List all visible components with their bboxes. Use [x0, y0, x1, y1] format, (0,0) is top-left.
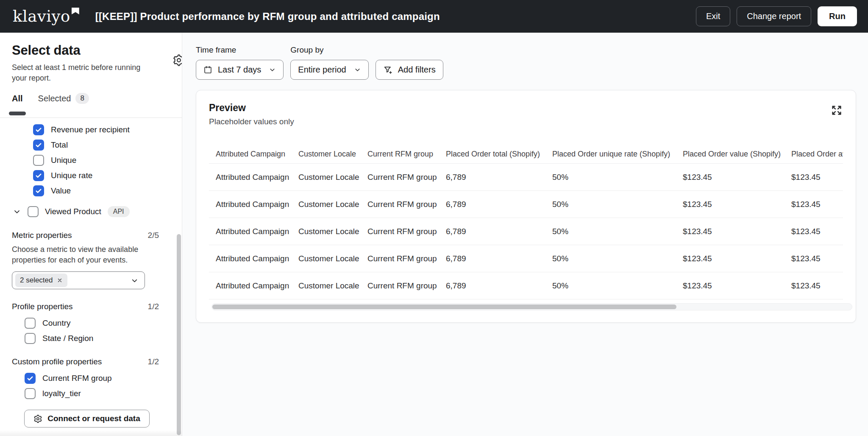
checkbox[interactable] [25, 318, 36, 329]
checkbox-label: State / Region [42, 334, 93, 343]
klaviyo-logo[interactable]: klaviyo [13, 8, 79, 24]
metric-sub-item[interactable]: Value [0, 183, 182, 198]
run-button[interactable]: Run [818, 6, 857, 26]
add-filters-label: Add filters [398, 65, 436, 75]
table-row: Attributed CampaignCustomer LocaleCurren… [209, 218, 843, 245]
metric-sub-items-list: Revenue per recipientTotalUniqueUnique r… [0, 118, 182, 198]
metric-sub-item[interactable]: Unique rate [0, 168, 182, 183]
table-cell: $123.45 [791, 254, 843, 263]
checkbox[interactable] [25, 373, 36, 384]
chip-label: 2 selected [20, 276, 53, 285]
table-cell: Current RFM group [367, 281, 446, 291]
topbar-actions: Exit Change report Run [696, 6, 857, 26]
add-filters-button[interactable]: Add filters [376, 60, 443, 80]
table-cell: Customer Locale [298, 173, 367, 182]
exit-button[interactable]: Exit [696, 6, 730, 26]
tab-selected[interactable]: Selected 8 [38, 93, 89, 106]
checkbox-label: Total [51, 140, 68, 150]
table-cell: $123.45 [683, 254, 791, 263]
checkbox[interactable] [33, 124, 44, 135]
section-title: Profile properties [12, 302, 73, 311]
table-cell: Attributed Campaign [216, 254, 298, 263]
column-header: Placed Order av [791, 150, 843, 159]
horizontal-scrollbar-thumb[interactable] [212, 305, 676, 309]
table-cell: Customer Locale [298, 281, 367, 291]
sidebar-tabs: All Selected 8 [12, 93, 159, 106]
group-by-dropdown[interactable]: Entire period [290, 60, 368, 80]
chevron-down-icon [269, 66, 276, 73]
custom-profile-properties-list: Current RFM grouployalty_tier [0, 366, 182, 401]
custom-profile-property-item[interactable]: loyalty_tier [0, 386, 182, 401]
table-body: Attributed CampaignCustomer LocaleCurren… [209, 164, 843, 299]
table-cell: 6,789 [446, 254, 552, 263]
profile-property-item[interactable]: State / Region [0, 331, 182, 346]
selected-count-badge: 8 [75, 93, 89, 104]
checkbox[interactable] [25, 388, 36, 399]
report-controls: Time frame Last 7 days Group by Entire p… [196, 45, 856, 80]
checkbox-label: Unique rate [51, 171, 92, 180]
checkbox-label: Current RFM group [42, 374, 112, 383]
table-cell: 6,789 [446, 281, 552, 291]
table-cell: Current RFM group [367, 227, 446, 236]
selected-chip: 2 selected [15, 274, 67, 287]
connect-button-label: Connect or request data [47, 414, 140, 423]
horizontal-scrollbar-track[interactable] [211, 303, 852, 310]
checkbox[interactable] [28, 206, 39, 217]
table-cell: Attributed Campaign [216, 173, 298, 182]
profile-property-item[interactable]: Country [0, 316, 182, 331]
table-cell: $123.45 [683, 173, 791, 182]
close-icon[interactable] [57, 277, 63, 283]
time-frame-value: Last 7 days [218, 65, 261, 75]
checkbox-label: Country [42, 319, 71, 328]
chevron-down-icon [354, 66, 361, 73]
checkbox[interactable] [33, 140, 44, 151]
chevron-down-icon [13, 207, 21, 216]
table-row: Attributed CampaignCustomer LocaleCurren… [209, 191, 843, 218]
metric-item-viewed-product[interactable]: Viewed Product API [0, 204, 182, 220]
tab-all[interactable]: All [12, 94, 23, 105]
time-frame-dropdown[interactable]: Last 7 days [196, 60, 284, 80]
checkbox[interactable] [33, 170, 44, 181]
checkbox-label: Revenue per recipient [51, 125, 130, 134]
metric-sub-item[interactable]: Revenue per recipient [0, 122, 182, 137]
time-frame-label: Time frame [196, 45, 284, 55]
column-header: Placed Order unique rate (Shopify) [552, 150, 683, 159]
preview-card: Preview Placeholder values only Attribut… [196, 90, 856, 323]
table-cell: 50% [552, 254, 683, 263]
checkbox[interactable] [33, 155, 44, 166]
expand-icon[interactable] [830, 104, 843, 117]
table-cell: $123.45 [683, 227, 791, 236]
metric-properties-select[interactable]: 2 selected [12, 271, 145, 289]
section-count: 2/5 [148, 231, 159, 240]
table-cell: $123.45 [683, 281, 791, 291]
table-cell: Current RFM group [367, 173, 446, 182]
sidebar-scrollbar-thumb[interactable] [177, 234, 181, 435]
profile-properties-list: CountryState / Region [0, 311, 182, 346]
settings-gear-icon[interactable] [172, 54, 182, 67]
checkbox[interactable] [25, 333, 36, 344]
connect-or-request-data-button[interactable]: Connect or request data [24, 410, 150, 428]
main-content: Time frame Last 7 days Group by Entire p… [182, 33, 868, 436]
calendar-icon [203, 65, 212, 74]
table-row: Attributed CampaignCustomer LocaleCurren… [209, 164, 843, 191]
section-count: 1/2 [148, 357, 159, 366]
metric-sub-item[interactable]: Total [0, 137, 182, 153]
table-row: Attributed CampaignCustomer LocaleCurren… [209, 245, 843, 272]
table-cell: 6,789 [446, 200, 552, 209]
table-cell: $123.45 [791, 200, 843, 209]
klaviyo-flag-icon [72, 8, 79, 14]
checkbox[interactable] [33, 185, 44, 196]
custom-profile-property-item[interactable]: Current RFM group [0, 371, 182, 386]
sidebar-title: Select data [12, 43, 159, 58]
table-cell: 50% [552, 173, 683, 182]
gear-icon [33, 414, 42, 423]
section-title: Metric properties [12, 231, 72, 240]
change-report-button[interactable]: Change report [737, 6, 811, 26]
column-header: Customer Locale [298, 150, 367, 159]
table-cell: 6,789 [446, 227, 552, 236]
checkbox-label: Value [51, 186, 71, 196]
custom-profile-properties-section-header: Custom profile properties 1/2 [0, 357, 182, 366]
metric-sub-item[interactable]: Unique [0, 153, 182, 168]
topbar: klaviyo [[KEEP]] Product performance by … [0, 0, 868, 33]
metric-properties-section-header: Metric properties 2/5 [0, 231, 182, 240]
